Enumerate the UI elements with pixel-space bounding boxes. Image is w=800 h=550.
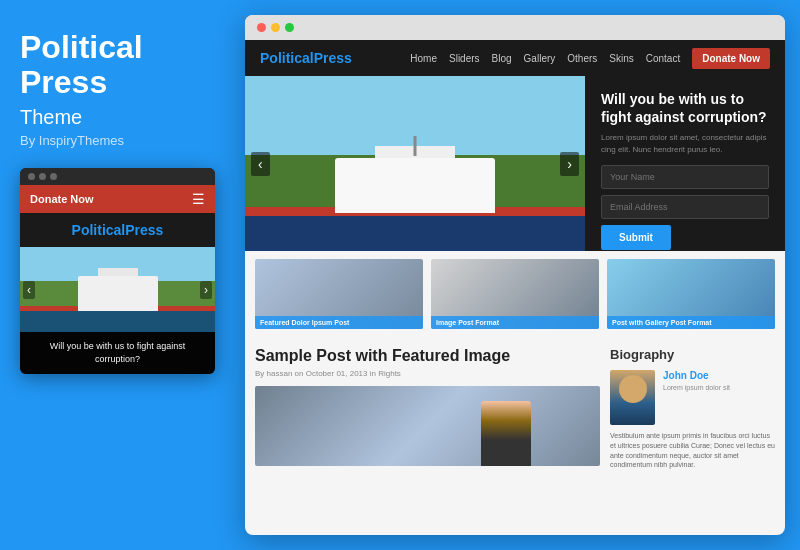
nav-donate-button[interactable]: Donate Now bbox=[692, 48, 770, 69]
brand-title: PoliticalPress bbox=[20, 30, 225, 100]
logo-normal: Political bbox=[260, 50, 314, 66]
bio-avatar bbox=[610, 370, 655, 425]
post-meta: By hassan on October 01, 2013 in Rights bbox=[255, 369, 600, 378]
bio-text: Vestibulum ante ipsum primis in faucibus… bbox=[610, 431, 775, 470]
thumb-label-1: Featured Dolor Ipsum Post bbox=[255, 316, 423, 329]
mobile-logo-bar: PoliticalPress bbox=[20, 213, 215, 247]
post-featured-image bbox=[255, 386, 600, 466]
slider-prev-button[interactable]: ‹ bbox=[251, 152, 270, 176]
thumb-label-3: Post with Gallery Post Format bbox=[607, 316, 775, 329]
mobile-dots bbox=[20, 168, 215, 185]
content-left: Sample Post with Featured Image By hassa… bbox=[255, 347, 600, 525]
browser-chrome bbox=[245, 15, 785, 40]
mobile-caption: Will you be with us to fight against cor… bbox=[20, 332, 215, 373]
browser-dot-yellow bbox=[271, 23, 280, 32]
mobile-logo: PoliticalPress bbox=[72, 222, 164, 238]
mobile-topbar: Donate Now ☰ bbox=[20, 185, 215, 213]
main-content: Sample Post with Featured Image By hassa… bbox=[245, 337, 785, 535]
left-panel: PoliticalPress Theme By InspiryThemes Do… bbox=[0, 0, 245, 550]
mobile-logo-accent: Press bbox=[125, 222, 163, 238]
thumb-item-1[interactable]: Featured Dolor Ipsum Post bbox=[255, 259, 423, 329]
post-meta-text: By hassan on October 01, 2013 in Rights bbox=[255, 369, 401, 378]
hero-background bbox=[245, 76, 585, 251]
nav-sliders[interactable]: Sliders bbox=[449, 53, 480, 64]
hero-section: ‹ › Will you be with us to fight against… bbox=[245, 76, 785, 251]
nav-skins[interactable]: Skins bbox=[609, 53, 633, 64]
post-title: Sample Post with Featured Image bbox=[255, 347, 600, 365]
mobile-mockup: Donate Now ☰ PoliticalPress ‹ › Will you… bbox=[20, 168, 215, 373]
bio-card: John Doe Lorem ipsum dolor sit bbox=[610, 370, 775, 425]
site-logo: PoliticalPress bbox=[260, 50, 352, 66]
hero-form-desc: Lorem ipsum dolor sit amet, consectetur … bbox=[601, 132, 769, 154]
hero-slider: ‹ › bbox=[245, 76, 585, 251]
mobile-prev-arrow[interactable]: ‹ bbox=[23, 281, 35, 299]
site-nav: PoliticalPress Home Sliders Blog Gallery… bbox=[245, 40, 785, 76]
mobile-next-arrow[interactable]: › bbox=[200, 281, 212, 299]
mobile-donate-button[interactable]: Donate Now bbox=[30, 193, 94, 205]
biography-title: Biography bbox=[610, 347, 775, 362]
mobile-white-house bbox=[78, 276, 158, 311]
hero-form-title: Will you be with us to fight against cor… bbox=[601, 90, 769, 126]
thumb-item-3[interactable]: Post with Gallery Post Format bbox=[607, 259, 775, 329]
hero-form: Will you be with us to fight against cor… bbox=[585, 76, 785, 251]
post-thumbnails: Featured Dolor Ipsum Post Image Post For… bbox=[245, 251, 785, 337]
brand-subtitle: Theme bbox=[20, 106, 225, 129]
brand-by: By InspiryThemes bbox=[20, 133, 225, 148]
content-right: Biography John Doe Lorem ipsum dolor sit… bbox=[610, 347, 775, 525]
nav-home[interactable]: Home bbox=[410, 53, 437, 64]
thumb-label-2: Image Post Format bbox=[431, 316, 599, 329]
nav-others[interactable]: Others bbox=[567, 53, 597, 64]
browser-mockup: PoliticalPress Home Sliders Blog Gallery… bbox=[245, 15, 785, 535]
mobile-dot-1 bbox=[28, 173, 35, 180]
browser-dot-red bbox=[257, 23, 266, 32]
bio-subtitle: Lorem ipsum dolor sit bbox=[663, 384, 775, 391]
bio-name: John Doe bbox=[663, 370, 775, 381]
nav-links: Home Sliders Blog Gallery Others Skins C… bbox=[410, 48, 770, 69]
name-input[interactable] bbox=[601, 165, 769, 189]
post-image-person bbox=[481, 401, 531, 466]
hamburger-icon[interactable]: ☰ bbox=[192, 191, 205, 207]
email-input[interactable] bbox=[601, 195, 769, 219]
slider-next-button[interactable]: › bbox=[560, 152, 579, 176]
thumb-item-2[interactable]: Image Post Format bbox=[431, 259, 599, 329]
nav-gallery[interactable]: Gallery bbox=[524, 53, 556, 64]
mobile-logo-normal: Political bbox=[72, 222, 126, 238]
browser-dot-green bbox=[285, 23, 294, 32]
mobile-dot-3 bbox=[50, 173, 57, 180]
bio-info: John Doe Lorem ipsum dolor sit bbox=[663, 370, 775, 425]
mobile-hero-slider: ‹ › bbox=[20, 247, 215, 332]
logo-accent: Press bbox=[314, 50, 352, 66]
nav-contact[interactable]: Contact bbox=[646, 53, 680, 64]
submit-button[interactable]: Submit bbox=[601, 225, 671, 250]
white-house-image bbox=[335, 158, 495, 213]
mobile-dot-2 bbox=[39, 173, 46, 180]
browser-content: PoliticalPress Home Sliders Blog Gallery… bbox=[245, 40, 785, 535]
nav-blog[interactable]: Blog bbox=[492, 53, 512, 64]
